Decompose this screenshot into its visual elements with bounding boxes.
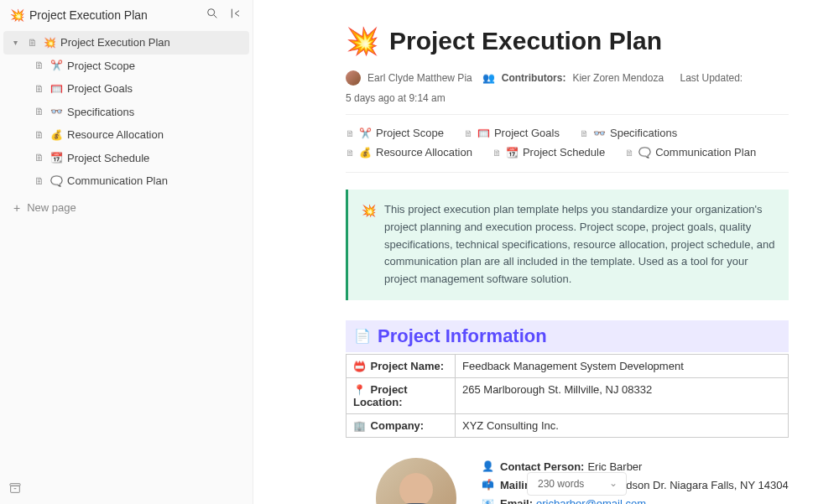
doc-link-project-goals[interactable]: 🗎🥅Project Goals xyxy=(464,127,560,139)
tree-item-project-goals[interactable]: 🗎🥅Project Goals xyxy=(0,77,253,101)
link-label: Resource Allocation xyxy=(376,146,472,158)
main-content: 💥 Project Execution Plan Earl Clyde Matt… xyxy=(253,0,839,504)
tree-item-label: Communication Plan xyxy=(67,173,168,190)
page-emoji[interactable]: 💥 xyxy=(346,25,379,57)
doc-icon: 🗎 xyxy=(34,58,45,73)
tree-item-label: Project Goals xyxy=(67,81,133,97)
link-label: Communication Plan xyxy=(655,146,756,158)
table-label: 📍 Project Location: xyxy=(347,377,456,413)
new-page-button[interactable]: + New page xyxy=(0,195,253,221)
tree-item-project-schedule[interactable]: 🗎📆Project Schedule xyxy=(0,147,253,170)
tree-item-emoji: 📆 xyxy=(50,150,62,165)
word-count-toggle[interactable]: 230 words xyxy=(527,472,627,496)
doc-icon: 🗎 xyxy=(580,128,589,138)
page-title[interactable]: Project Execution Plan xyxy=(389,27,662,55)
tree-item-label: Project Scope xyxy=(67,58,135,75)
callout: 💥 This project execution plan template h… xyxy=(346,190,789,300)
tree-item-resource-allocation[interactable]: 🗎💰Resource Allocation xyxy=(0,123,253,147)
link-emoji: 🥅 xyxy=(477,127,490,139)
table-value: 265 Marlborough St. Millville, NJ 08332 xyxy=(456,377,789,413)
page-tree: ▾🗎💥Project Execution Plan🗎✂️Project Scop… xyxy=(0,29,253,195)
doc-icon: 🗎 xyxy=(464,128,473,138)
last-updated-value: 5 days ago at 9:14 am xyxy=(346,92,446,104)
link-emoji: 👓 xyxy=(593,127,606,139)
link-label: Project Schedule xyxy=(523,146,605,158)
tree-item-label: Resource Allocation xyxy=(67,127,164,143)
contributors-value: Kier Zoren Mendoza xyxy=(572,72,664,84)
sidebar-title-text: Project Execution Plan xyxy=(29,8,148,22)
doc-link-project-schedule[interactable]: 🗎📆Project Schedule xyxy=(492,146,605,158)
archive-icon[interactable] xyxy=(8,481,22,497)
author-avatar[interactable] xyxy=(346,70,361,86)
doc-link-communication-plan[interactable]: 🗎🗨️Communication Plan xyxy=(625,146,756,158)
page-title-row: 💥 Project Execution Plan xyxy=(346,25,789,57)
contact-emoji: 👤 xyxy=(482,458,497,476)
svg-rect-3 xyxy=(11,486,20,492)
doc-icon: 🗎 xyxy=(625,148,634,158)
contact-label: Email: xyxy=(500,495,533,504)
link-label: Project Scope xyxy=(376,127,444,139)
sidebar: 💥 Project Execution Plan ▾🗎💥Project Exec… xyxy=(0,0,253,504)
link-emoji: 📆 xyxy=(506,147,519,158)
doc-icon: 🗎 xyxy=(346,148,355,158)
tree-item-specifications[interactable]: 🗎👓Specifications xyxy=(0,101,253,124)
link-emoji: ✂️ xyxy=(359,127,372,139)
contributors-label: Contributors: xyxy=(502,72,566,84)
sidebar-title-emoji: 💥 xyxy=(10,8,24,22)
callout-text: This project execution plan template hel… xyxy=(384,201,775,288)
table-row: 📍 Project Location:265 Marlborough St. M… xyxy=(347,377,789,413)
svg-rect-4 xyxy=(10,484,20,486)
doc-link-resource-allocation[interactable]: 🗎💰Resource Allocation xyxy=(346,146,472,158)
link-emoji: 🗨️ xyxy=(638,147,651,158)
caret-icon: ▾ xyxy=(13,36,22,49)
doc-link-specifications[interactable]: 🗎👓Specifications xyxy=(580,127,677,139)
doc-links: 🗎✂️Project Scope🗎🥅Project Goals🗎👓Specifi… xyxy=(346,127,789,158)
doc-icon: 🗎 xyxy=(27,35,39,50)
tree-item-emoji: 💰 xyxy=(50,127,62,143)
link-emoji: 💰 xyxy=(359,147,372,158)
table-value: Feedback Management System Development xyxy=(456,354,789,377)
new-page-label: New page xyxy=(27,201,76,214)
doc-icon: 🗎 xyxy=(34,104,45,119)
table-row: 📛 Project Name:Feedback Management Syste… xyxy=(347,354,789,377)
tree-item-project-execution-plan[interactable]: ▾🗎💥Project Execution Plan xyxy=(3,31,249,55)
divider xyxy=(346,172,789,173)
document-icon: 📄 xyxy=(354,328,371,344)
doc-icon: 🗎 xyxy=(492,148,502,158)
contact-emoji: 📧 xyxy=(482,495,497,504)
tree-item-emoji: 👓 xyxy=(50,104,62,119)
last-updated-label: Last Updated: xyxy=(680,72,743,84)
divider xyxy=(346,114,789,115)
contact-avatar xyxy=(376,458,456,504)
doc-icon: 🗎 xyxy=(34,150,45,165)
svg-point-0 xyxy=(208,9,215,16)
table-label: 📛 Project Name: xyxy=(347,354,456,377)
svg-line-1 xyxy=(214,15,216,18)
contact-link[interactable]: ericbarber@email.com xyxy=(536,495,646,504)
tree-item-emoji: 🥅 xyxy=(50,81,62,96)
tree-item-label: Project Schedule xyxy=(67,150,149,167)
doc-icon: 🗎 xyxy=(34,81,45,96)
table-row: 🏢 Company:XYZ Consulting Inc. xyxy=(347,413,789,437)
tree-item-label: Specifications xyxy=(67,104,134,121)
doc-icon: 🗎 xyxy=(34,127,45,143)
search-icon[interactable] xyxy=(206,7,219,23)
section-header: 📄 Project Information xyxy=(346,320,789,352)
page-meta: Earl Clyde Matthew Pia 👥 Contributors: K… xyxy=(346,70,789,104)
project-info-table: 📛 Project Name:Feedback Management Syste… xyxy=(346,354,789,438)
doc-link-project-scope[interactable]: 🗎✂️Project Scope xyxy=(346,127,444,139)
table-label: 🏢 Company: xyxy=(347,413,456,437)
tree-item-project-scope[interactable]: 🗎✂️Project Scope xyxy=(0,55,253,78)
collapse-sidebar-icon[interactable] xyxy=(229,7,242,23)
sidebar-title[interactable]: 💥 Project Execution Plan xyxy=(10,8,148,22)
section-title: Project Information xyxy=(378,325,547,347)
link-label: Specifications xyxy=(610,127,677,139)
tree-item-emoji: 🗨️ xyxy=(50,174,62,189)
tree-item-label: Project Execution Plan xyxy=(60,34,170,51)
plus-icon: + xyxy=(13,201,20,215)
link-label: Project Goals xyxy=(494,127,560,139)
contact-emoji: 📫 xyxy=(482,476,497,495)
tree-item-emoji: ✂️ xyxy=(50,58,62,73)
callout-emoji: 💥 xyxy=(362,201,376,288)
tree-item-communication-plan[interactable]: 🗎🗨️Communication Plan xyxy=(0,169,253,193)
